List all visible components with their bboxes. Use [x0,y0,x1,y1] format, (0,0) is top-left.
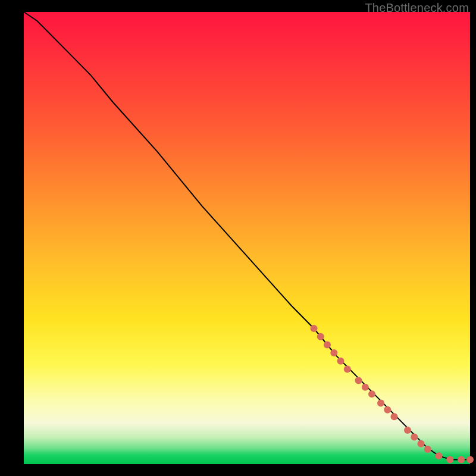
chart-svg [24,12,470,464]
curve-marker [391,413,398,420]
curve-marker [466,456,474,463]
curve-marker [384,406,391,414]
curve-marker [362,384,369,391]
curve-marker [418,440,425,447]
curve-marker [344,365,351,372]
curve-marker [446,456,453,463]
chart-frame: TheBottleneck.com [0,0,476,476]
bottleneck-curve [24,12,470,459]
curve-marker [368,390,375,397]
curve-marker [311,325,318,332]
curve-marker [330,349,337,356]
curve-marker [458,456,465,463]
curve-marker [404,427,411,434]
curve-marker [337,358,345,365]
curve-marker [411,433,418,440]
curve-marker [377,399,384,406]
curve-marker [324,341,331,348]
curve-marker [424,446,431,453]
curve-marker [355,377,362,384]
plot-area [24,12,470,464]
curve-markers [311,325,474,463]
curve-marker [317,333,324,340]
curve-marker [436,452,443,459]
